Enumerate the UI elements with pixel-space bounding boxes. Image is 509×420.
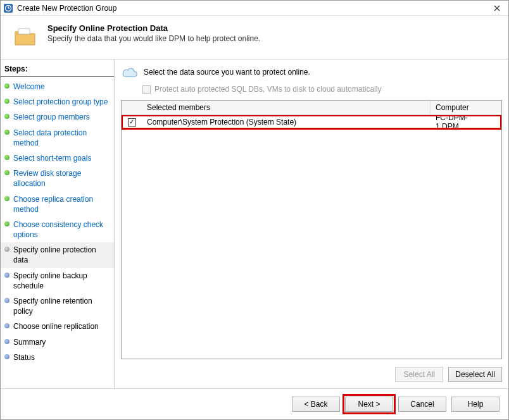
row-checkbox-cell[interactable]: ✓: [122, 118, 142, 127]
bullet-icon: [4, 170, 9, 175]
bullet-icon: [4, 99, 9, 104]
step-label: Select data protection method: [13, 128, 110, 148]
next-button[interactable]: Next >: [345, 397, 393, 412]
step-label: Welcome: [13, 82, 45, 92]
step-welcome[interactable]: Welcome: [1, 79, 114, 94]
cancel-button[interactable]: Cancel: [398, 397, 446, 412]
step-label: Specify online retention policy: [13, 296, 110, 316]
bullet-icon: [4, 298, 9, 303]
step-consistency-check[interactable]: Choose consistency check options: [1, 217, 114, 242]
table-header: Selected members Computer: [122, 101, 501, 115]
step-short-term-goals[interactable]: Select short-term goals: [1, 151, 114, 166]
bullet-icon: [4, 196, 9, 201]
instruction-row: Select the data source you want to prote…: [121, 66, 502, 78]
svg-rect-6: [18, 28, 30, 34]
bullet-icon: [4, 247, 9, 252]
page-subtitle: Specify the data that you would like DPM…: [47, 34, 260, 43]
auto-protect-label: Protect auto protected SQL DBs, VMs to d…: [154, 85, 381, 94]
step-replica-creation[interactable]: Choose replica creation method: [1, 192, 114, 217]
step-label: Select protection group type: [13, 97, 108, 107]
step-summary[interactable]: Summary: [1, 335, 114, 350]
step-online-backup-schedule[interactable]: Specify online backup schedule: [1, 268, 114, 293]
page-header: Specify Online Protection Data Specify t…: [1, 16, 508, 59]
step-label: Specify online protection data: [13, 245, 110, 265]
footer-buttons: < Back Next > Cancel Help: [1, 388, 508, 419]
checkmark-icon: ✓: [128, 118, 136, 127]
bullet-icon: [4, 354, 9, 359]
table-buttons: Select All Deselect All: [121, 364, 502, 385]
step-group-members[interactable]: Select group members: [1, 109, 114, 125]
step-disk-storage[interactable]: Review disk storage allocation: [1, 166, 114, 191]
step-label: Summary: [13, 337, 46, 347]
step-label: Review disk storage allocation: [13, 168, 110, 188]
deselect-all-button[interactable]: Deselect All: [448, 367, 502, 382]
col-member-header[interactable]: Selected members: [142, 101, 430, 114]
select-all-button: Select All: [395, 367, 443, 382]
auto-protect-checkbox: [142, 85, 151, 94]
back-button[interactable]: < Back: [292, 397, 340, 412]
body: Steps: Welcome Select protection group t…: [1, 59, 508, 388]
bullet-icon: [4, 83, 9, 89]
auto-protect-checkbox-row: Protect auto protected SQL DBs, VMs to d…: [142, 85, 502, 94]
col-computer-header[interactable]: Computer: [430, 101, 501, 114]
help-button[interactable]: Help: [451, 397, 500, 412]
step-label: Choose online replication: [13, 321, 99, 331]
step-online-protection-data[interactable]: Specify online protection data: [1, 242, 114, 268]
step-label: Select group members: [13, 112, 90, 122]
step-label: Select short-term goals: [13, 153, 91, 163]
step-status[interactable]: Status: [1, 350, 114, 365]
bullet-icon: [4, 323, 9, 328]
step-label: Specify online backup schedule: [13, 271, 110, 291]
bullet-icon: [4, 339, 9, 344]
close-icon: [494, 5, 500, 11]
steps-heading: Steps:: [1, 62, 114, 77]
folder-icon: [13, 25, 39, 50]
step-data-protection-method[interactable]: Select data protection method: [1, 125, 114, 151]
page-title: Specify Online Protection Data: [47, 23, 260, 33]
step-protection-group-type[interactable]: Select protection group type: [1, 94, 114, 109]
bullet-icon: [4, 114, 9, 119]
table-body: ✓ Computer\System Protection (System Sta…: [122, 115, 501, 359]
step-online-retention-policy[interactable]: Specify online retention policy: [1, 293, 114, 319]
main-panel: Select the data source you want to prote…: [115, 59, 508, 388]
step-label: Choose consistency check options: [13, 219, 110, 240]
row-member: Computer\System Protection (System State…: [142, 115, 430, 129]
step-online-replication[interactable]: Choose online replication: [1, 319, 114, 334]
row-computer: FC-DPM-1.DPM...: [430, 115, 501, 133]
instruction-text: Select the data source you want to prote…: [144, 68, 310, 77]
close-button[interactable]: [488, 1, 506, 15]
bullet-icon: [4, 155, 9, 160]
window-title: Create New Protection Group: [17, 4, 488, 13]
bullet-icon: [4, 273, 9, 278]
bullet-icon: [4, 130, 9, 135]
step-label: Status: [13, 352, 35, 362]
steps-panel: Steps: Welcome Select protection group t…: [1, 59, 115, 388]
step-label: Choose replica creation method: [13, 194, 110, 214]
cloud-icon: [121, 66, 139, 78]
app-icon: [3, 3, 13, 13]
table-row[interactable]: ✓ Computer\System Protection (System Sta…: [122, 115, 501, 129]
members-table: Selected members Computer ✓ Computer\Sys…: [121, 100, 502, 359]
bullet-icon: [4, 221, 9, 226]
col-check-header: [122, 101, 142, 114]
title-bar: Create New Protection Group: [1, 1, 508, 16]
dialog-window: Create New Protection Group Specify Onli…: [0, 0, 509, 420]
